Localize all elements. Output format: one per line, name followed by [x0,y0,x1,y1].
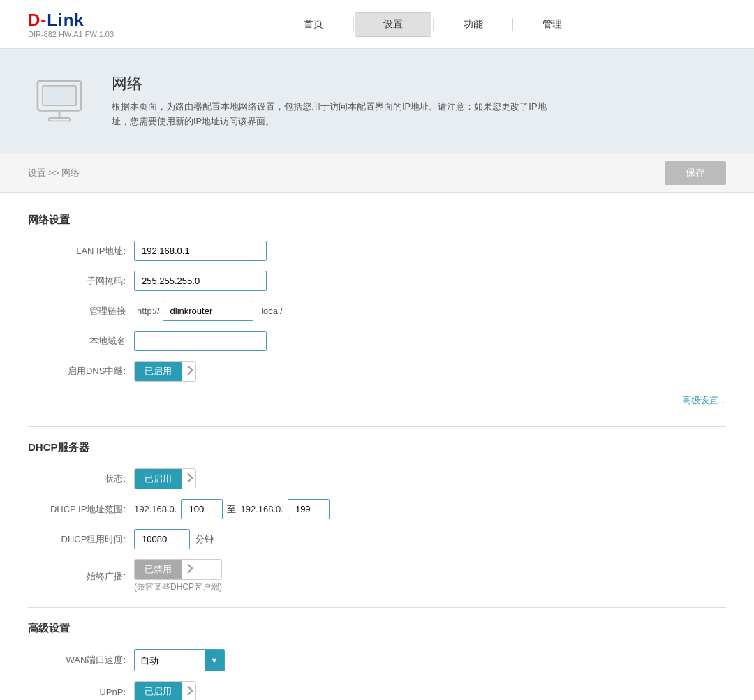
dhcp-range-prefix-end: 192.168.0. [240,504,283,514]
save-button[interactable]: 保存 [665,161,726,185]
divider-2 [28,607,726,608]
local-domain-label: 本地域名 [28,335,126,348]
banner-text-area: 网络 根据本页面，为路由器配置本地网络设置，包括您用于访问本配置界面的IP地址。… [112,73,559,129]
dhcp-range-end-input[interactable] [288,499,330,519]
dhcp-status-toggle[interactable]: 已启用 [134,468,196,489]
logo-area: D-Link DIR-882 HW:A1 FW:1.03 [28,10,140,38]
dns-relay-status[interactable]: 已启用 [135,362,182,381]
wan-speed-dropdown-arrow: ▼ [205,650,224,671]
page-banner: 网络 根据本页面，为路由器配置本地网络设置，包括您用于访问本配置界面的IP地址。… [0,49,754,154]
logo-d: D- [28,10,47,29]
broadcast-area: 已禁用 (兼容某些DHCP客户端) [134,559,222,593]
dns-relay-slider[interactable] [182,362,195,381]
monitor-icon [31,73,87,129]
lan-ip-label: LAN IP地址: [28,245,126,258]
subnet-label: 子网掩码: [28,275,126,288]
local-domain-input[interactable] [134,331,267,351]
dhcp-lease-input[interactable] [134,529,190,549]
page-description: 根据本页面，为路由器配置本地网络设置，包括您用于访问本配置界面的IP地址。请注意… [112,100,559,129]
wan-speed-row: WAN端口速度: 自动 10Mbps Half 10Mbps Full 100M… [28,649,726,671]
wan-speed-label: WAN端口速度: [28,654,126,667]
upnp-row: UPnP: 已启用 [28,681,726,700]
banner-icon [28,70,91,133]
dhcp-range-prefix-start: 192.168.0. [134,504,177,514]
wan-speed-select[interactable]: 自动 10Mbps Half 10Mbps Full 100Mbps Half … [135,651,205,670]
broadcast-slider[interactable] [182,560,195,579]
dhcp-range-inner: 192.168.0. 至 192.168.0. [134,499,330,519]
dhcp-status-value[interactable]: 已启用 [135,469,182,489]
device-model: DIR-882 HW:A1 FW:1.03 [28,30,140,38]
mgmt-prefix: http:// [137,306,160,316]
advanced-link[interactable]: 高级设置... [28,392,726,412]
advanced-section-title: 高级设置 [28,622,726,635]
mgmt-input[interactable] [163,301,253,321]
svg-rect-3 [49,118,70,121]
broadcast-row: 始终广播: 已禁用 (兼容某些DHCP客户端) [28,559,726,593]
lan-ip-row: LAN IP地址: [28,241,726,261]
main-nav: 首页 | 设置 | 功能 | 管理 [140,12,726,37]
upnp-slider[interactable] [182,682,195,700]
dhcp-section-title: DHCP服务器 [28,441,726,454]
mgmt-suffix: .local/ [259,306,283,316]
dhcp-lease-row: DHCP租用时间: 分钟 [28,529,726,549]
dhcp-lease-unit: 分钟 [195,533,214,546]
logo: D-Link [28,10,140,30]
upnp-toggle[interactable]: 已启用 [134,681,196,700]
subnet-input[interactable] [134,271,267,291]
dhcp-status-label: 状态: [28,472,126,485]
upnp-label: UPnP: [28,687,126,697]
dhcp-range-start-input[interactable] [181,499,223,519]
nav-settings[interactable]: 设置 [355,12,431,37]
main-content: 网络设置 LAN IP地址: 子网掩码: 管理链接 http:// .local… [0,193,754,700]
wan-speed-dropdown[interactable]: 自动 10Mbps Half 10Mbps Full 100Mbps Half … [134,649,225,671]
broadcast-note: (兼容某些DHCP客户端) [134,581,222,593]
advanced-link-text[interactable]: 高级设置... [682,395,726,405]
breadcrumb-bar: 设置 >> 网络 保存 [0,154,754,193]
mgmt-link-label: 管理链接 [28,305,126,318]
breadcrumb: 设置 >> 网络 [28,167,80,179]
broadcast-label: 始终广播: [28,570,126,583]
logo-link: Link [47,10,84,29]
nav-manage[interactable]: 管理 [515,13,590,36]
header: D-Link DIR-882 HW:A1 FW:1.03 首页 | 设置 | 功… [0,0,754,49]
dhcp-status-slider[interactable] [182,469,195,489]
lan-ip-input[interactable] [134,241,267,261]
subnet-row: 子网掩码: [28,271,726,291]
network-settings-title: 网络设置 [28,214,726,227]
dhcp-range-label: DHCP IP地址范围: [28,503,126,516]
local-domain-row: 本地域名 [28,331,726,351]
dns-relay-label: 启用DNS中继: [28,365,126,378]
page-title: 网络 [112,73,559,94]
nav-home[interactable]: 首页 [276,13,351,36]
dhcp-range-to: 至 [227,503,236,516]
dns-relay-toggle[interactable]: 已启用 [134,361,196,382]
upnp-status[interactable]: 已启用 [135,682,182,700]
dhcp-status-row: 状态: 已启用 [28,468,726,489]
dhcp-lease-label: DHCP租用时间: [28,533,126,546]
divider-1 [28,426,726,427]
dns-relay-row: 启用DNS中继: 已启用 [28,361,726,382]
dhcp-range-row: DHCP IP地址范围: 192.168.0. 至 192.168.0. [28,499,726,519]
svg-rect-4 [44,87,75,105]
nav-features[interactable]: 功能 [436,13,511,36]
broadcast-toggle[interactable]: 已禁用 [134,559,222,580]
mgmt-link-row: 管理链接 http:// .local/ [28,301,726,321]
broadcast-status[interactable]: 已禁用 [135,560,182,579]
